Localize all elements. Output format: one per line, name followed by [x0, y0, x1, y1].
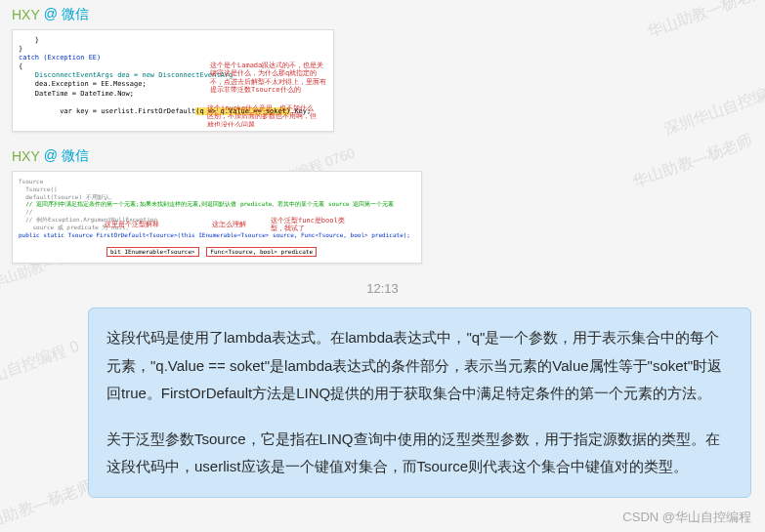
reply-paragraph: 这段代码是使用了lambda表达式。在lambda表达式中，"q"是一个参数，用… — [106, 324, 733, 408]
csdn-credit: CSDN @华山自控编程 — [622, 509, 751, 526]
sender-name: HXY — [12, 7, 40, 22]
code-line: } — [19, 45, 327, 54]
reply-paragraph: 关于泛型参数Tsource，它是指在LINQ查询中使用的泛型类型参数，用于指定源… — [106, 426, 733, 481]
code-screenshot-2[interactable]: Tsource Tsource() default(Tsource) 不用默认。… — [12, 171, 422, 264]
sender-at: @ 微信 — [44, 147, 89, 165]
code-screenshot-1[interactable]: } } catch (Exception EE) { DisconnectEve… — [12, 29, 334, 132]
message-sender: HXY @ 微信 — [0, 142, 765, 169]
code-line: public static Tsource FirstOrDefault<Tso… — [19, 231, 415, 239]
code-line: // — [19, 208, 415, 216]
red-box-annotation: bit IEnumerable<Tsource> — [106, 247, 199, 257]
annotation-note: 这里是个泛型解释 — [105, 221, 159, 228]
sender-at: @ 微信 — [44, 6, 89, 23]
red-box-annotation: Func<Tsource, bool> predicate — [206, 247, 317, 257]
annotation-note: 这个泛型func是bool类型，我试了 — [271, 217, 349, 233]
code-line: // 返回序列中满足指定条件的第一个元素;如果未找到这样的元素,则返回默认值 p… — [19, 200, 415, 208]
watermark: 深圳华山自控编程 0760 — [660, 65, 765, 141]
annotation-note: 这怎么理解 — [212, 221, 246, 228]
message-sender: HXY @ 微信 — [0, 0, 765, 27]
code-line: default(Tsource) 不用默认。 — [19, 193, 415, 201]
sender-name: HXY — [12, 148, 40, 164]
annotation-note: 这个invoke什么意思，也不加什么区别，不加后面的参数也不用啊，但就也没什么问… — [207, 104, 319, 127]
code-line: } — [19, 36, 327, 45]
reply-message-bubble: 这段代码是使用了lambda表达式。在lambda表达式中，"q"是一个参数，用… — [88, 307, 751, 498]
annotation-note: 这个是个Lamada跟达式的不，也是关键字这是什么，为什么那q就指定的不，点进去… — [210, 61, 327, 95]
code-line: Tsource() — [19, 185, 415, 193]
code-line: Tsource — [19, 178, 415, 185]
watermark: 山自控编程 0 — [0, 337, 82, 388]
message-timestamp: 12:13 — [0, 273, 765, 307]
watermark: 华山助教—杨老师 — [0, 476, 96, 532]
